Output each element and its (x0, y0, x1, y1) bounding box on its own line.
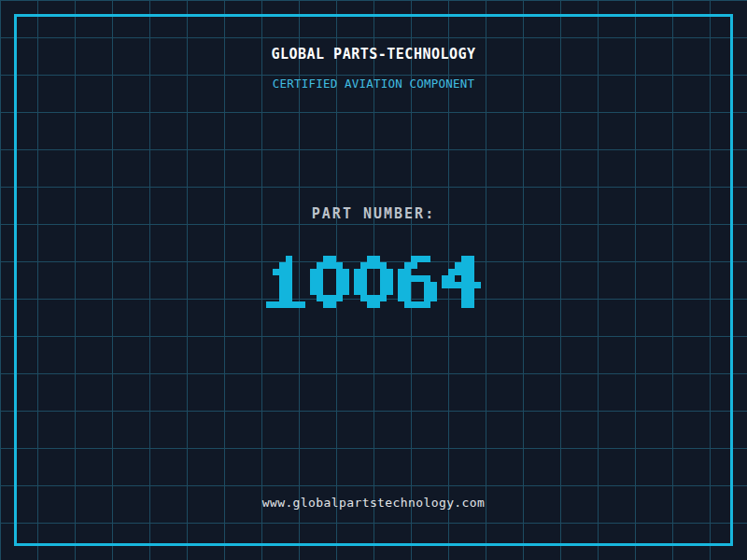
pixel-digit (398, 256, 437, 308)
pixel-digit (354, 256, 393, 308)
pixel-digit (310, 256, 349, 308)
part-number-value (266, 256, 481, 308)
pixel-digit (442, 256, 481, 308)
website-url: www.globalpartstechnology.com (0, 496, 747, 510)
blueprint-screen: GLOBAL PARTS-TECHNOLOGY CERTIFIED AVIATI… (0, 0, 747, 560)
part-number-label: PART NUMBER: (0, 205, 747, 222)
certification-tagline: CERTIFIED AVIATION COMPONENT (0, 77, 747, 91)
pixel-digit (266, 256, 305, 308)
company-name: GLOBAL PARTS-TECHNOLOGY (0, 46, 747, 63)
